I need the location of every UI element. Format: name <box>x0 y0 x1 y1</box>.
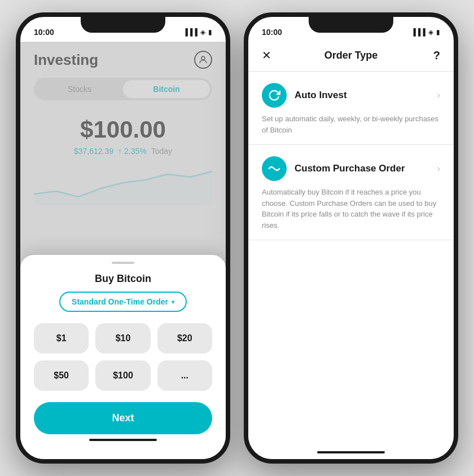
custom-purchase-icon <box>262 156 287 181</box>
phone-notch-right <box>309 17 393 33</box>
next-button[interactable]: Next <box>34 402 212 434</box>
home-indicator-right <box>317 451 385 453</box>
amount-btn-50[interactable]: $50 <box>34 360 89 391</box>
sheet-handle <box>112 262 134 264</box>
sheet-title: Buy Bitcoin <box>34 273 212 285</box>
auto-invest-name: Auto Invest <box>295 90 347 101</box>
order-type-button[interactable]: Standard One-Time Order ▾ <box>59 292 187 312</box>
phone-notch-left <box>81 17 165 33</box>
amount-btn-more[interactable]: ... <box>157 360 212 391</box>
status-icons-left: ▐▐▐ ◈ ▮ <box>183 28 212 36</box>
auto-invest-option[interactable]: Auto Invest › Set up automatic daily, we… <box>248 72 454 145</box>
phones-container: 10:00 ▐▐▐ ◈ ▮ Investing Stocks <box>0 0 474 476</box>
close-button[interactable]: ✕ <box>262 49 279 62</box>
auto-invest-chevron: › <box>437 90 440 100</box>
auto-invest-icon <box>262 83 287 108</box>
left-phone: 10:00 ▐▐▐ ◈ ▮ Investing Stocks <box>16 12 230 464</box>
bottom-sheet: Buy Bitcoin Standard One-Time Order ▾ $1… <box>20 255 226 459</box>
left-phone-content: Investing Stocks Bitcoin $100.00 $37,612… <box>20 42 226 459</box>
auto-invest-left: Auto Invest <box>262 83 347 108</box>
amount-btn-100[interactable]: $100 <box>95 360 150 391</box>
battery-icon: ▮ <box>208 28 212 36</box>
amount-btn-10[interactable]: $10 <box>95 323 150 354</box>
wifi-icon: ◈ <box>200 28 205 36</box>
order-type-selector: Standard One-Time Order ▾ <box>34 292 212 312</box>
order-type-title: Order Type <box>324 50 378 61</box>
status-time-left: 10:00 <box>34 28 54 37</box>
custom-purchase-desc: Automatically buy Bitcoin if it reaches … <box>262 187 440 231</box>
signal-icon-right: ▐▐▐ <box>411 28 425 36</box>
amount-grid: $1 $10 $20 $50 $100 ... <box>34 323 212 391</box>
order-type-header: ✕ Order Type ? <box>248 42 454 72</box>
svg-point-2 <box>276 169 278 171</box>
status-time-right: 10:00 <box>262 28 282 37</box>
order-type-label: Standard One-Time Order <box>72 297 168 306</box>
svg-point-1 <box>271 166 273 168</box>
help-button[interactable]: ? <box>423 49 440 62</box>
amount-btn-1[interactable]: $1 <box>34 323 89 354</box>
custom-purchase-name: Custom Purchase Order <box>295 163 405 174</box>
custom-purchase-left: Custom Purchase Order <box>262 156 405 181</box>
wifi-icon-right: ◈ <box>428 28 433 36</box>
chevron-down-icon: ▾ <box>172 299 174 305</box>
custom-purchase-option[interactable]: Custom Purchase Order › Automatically bu… <box>248 145 454 240</box>
home-indicator-left <box>89 439 157 441</box>
auto-invest-desc: Set up automatic daily, weekly, or bi-we… <box>262 113 440 135</box>
amount-btn-20[interactable]: $20 <box>157 323 212 354</box>
custom-purchase-row: Custom Purchase Order › <box>262 156 440 181</box>
status-icons-right: ▐▐▐ ◈ ▮ <box>411 28 440 36</box>
signal-icon: ▐▐▐ <box>183 28 198 36</box>
custom-purchase-chevron: › <box>437 164 440 174</box>
right-phone: 10:00 ▐▐▐ ◈ ▮ ✕ Order Type ? <box>244 12 458 464</box>
right-phone-content: ✕ Order Type ? Auto Invest <box>248 42 454 459</box>
auto-invest-row: Auto Invest › <box>262 83 440 108</box>
battery-icon-right: ▮ <box>436 28 440 36</box>
